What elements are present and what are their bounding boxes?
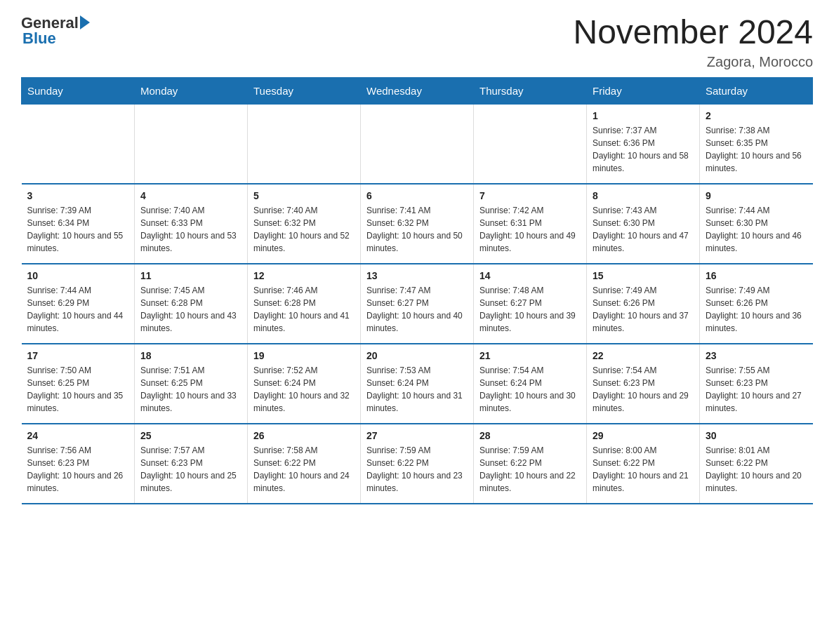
- calendar-day: 8Sunrise: 7:43 AMSunset: 6:30 PMDaylight…: [587, 184, 700, 264]
- calendar-day: 26Sunrise: 7:58 AMSunset: 6:22 PMDayligh…: [248, 424, 361, 504]
- calendar-day: 19Sunrise: 7:52 AMSunset: 6:24 PMDayligh…: [248, 344, 361, 424]
- day-info: Sunrise: 7:49 AMSunset: 6:26 PMDaylight:…: [593, 284, 694, 335]
- day-number: 16: [706, 270, 807, 281]
- day-number: 6: [366, 190, 468, 201]
- calendar-day: 29Sunrise: 8:00 AMSunset: 6:22 PMDayligh…: [587, 424, 700, 504]
- calendar-day: 14Sunrise: 7:48 AMSunset: 6:27 PMDayligh…: [474, 264, 587, 344]
- day-info: Sunrise: 7:44 AMSunset: 6:29 PMDaylight:…: [27, 284, 129, 335]
- weekday-header-tuesday: Tuesday: [248, 77, 361, 104]
- calendar-body: 1Sunrise: 7:37 AMSunset: 6:36 PMDaylight…: [22, 104, 813, 504]
- calendar-day: 20Sunrise: 7:53 AMSunset: 6:24 PMDayligh…: [361, 344, 474, 424]
- calendar-day: 18Sunrise: 7:51 AMSunset: 6:25 PMDayligh…: [135, 344, 248, 424]
- calendar-day: 21Sunrise: 7:54 AMSunset: 6:24 PMDayligh…: [474, 344, 587, 424]
- weekday-header-thursday: Thursday: [474, 77, 587, 104]
- day-number: 11: [140, 270, 241, 281]
- calendar-day: [474, 104, 587, 184]
- calendar-day: 25Sunrise: 7:57 AMSunset: 6:23 PMDayligh…: [135, 424, 248, 504]
- logo-blue-text: Blue: [22, 29, 56, 48]
- day-number: 18: [140, 350, 241, 361]
- day-info: Sunrise: 7:59 AMSunset: 6:22 PMDaylight:…: [479, 444, 581, 495]
- day-number: 14: [479, 270, 581, 281]
- day-info: Sunrise: 7:37 AMSunset: 6:36 PMDaylight:…: [593, 124, 694, 175]
- calendar-day: 24Sunrise: 7:56 AMSunset: 6:23 PMDayligh…: [22, 424, 135, 504]
- calendar-day: 23Sunrise: 7:55 AMSunset: 6:23 PMDayligh…: [700, 344, 813, 424]
- day-number: 28: [479, 430, 581, 441]
- calendar-week-3: 10Sunrise: 7:44 AMSunset: 6:29 PMDayligh…: [22, 264, 813, 344]
- calendar-day: 3Sunrise: 7:39 AMSunset: 6:34 PMDaylight…: [22, 184, 135, 264]
- logo: General Blue: [21, 14, 90, 48]
- day-info: Sunrise: 7:51 AMSunset: 6:25 PMDaylight:…: [140, 364, 241, 415]
- calendar-week-2: 3Sunrise: 7:39 AMSunset: 6:34 PMDaylight…: [22, 184, 813, 264]
- location-label: Zagora, Morocco: [573, 54, 813, 70]
- calendar-day: 1Sunrise: 7:37 AMSunset: 6:36 PMDaylight…: [587, 104, 700, 184]
- day-info: Sunrise: 7:43 AMSunset: 6:30 PMDaylight:…: [593, 204, 694, 255]
- calendar-day: 27Sunrise: 7:59 AMSunset: 6:22 PMDayligh…: [361, 424, 474, 504]
- day-number: 21: [479, 350, 581, 361]
- day-number: 27: [366, 430, 468, 441]
- day-info: Sunrise: 7:55 AMSunset: 6:23 PMDaylight:…: [706, 364, 807, 415]
- day-info: Sunrise: 7:57 AMSunset: 6:23 PMDaylight:…: [140, 444, 241, 495]
- day-info: Sunrise: 7:54 AMSunset: 6:24 PMDaylight:…: [479, 364, 581, 415]
- calendar-day: 16Sunrise: 7:49 AMSunset: 6:26 PMDayligh…: [700, 264, 813, 344]
- day-number: 20: [366, 350, 468, 361]
- day-number: 8: [593, 190, 694, 201]
- day-number: 23: [706, 350, 807, 361]
- day-info: Sunrise: 7:59 AMSunset: 6:22 PMDaylight:…: [366, 444, 468, 495]
- day-number: 17: [27, 350, 129, 361]
- day-number: 13: [366, 270, 468, 281]
- calendar-day: 9Sunrise: 7:44 AMSunset: 6:30 PMDaylight…: [700, 184, 813, 264]
- day-info: Sunrise: 7:38 AMSunset: 6:35 PMDaylight:…: [706, 124, 807, 175]
- day-info: Sunrise: 7:58 AMSunset: 6:22 PMDaylight:…: [253, 444, 355, 495]
- calendar-day: 2Sunrise: 7:38 AMSunset: 6:35 PMDaylight…: [700, 104, 813, 184]
- day-info: Sunrise: 7:41 AMSunset: 6:32 PMDaylight:…: [366, 204, 468, 255]
- weekday-header-saturday: Saturday: [700, 77, 813, 104]
- day-number: 25: [140, 430, 241, 441]
- calendar-week-1: 1Sunrise: 7:37 AMSunset: 6:36 PMDaylight…: [22, 104, 813, 184]
- calendar-day: 30Sunrise: 8:01 AMSunset: 6:22 PMDayligh…: [700, 424, 813, 504]
- day-number: 15: [593, 270, 694, 281]
- day-info: Sunrise: 7:56 AMSunset: 6:23 PMDaylight:…: [27, 444, 129, 495]
- day-info: Sunrise: 7:47 AMSunset: 6:27 PMDaylight:…: [366, 284, 468, 335]
- calendar-day: 10Sunrise: 7:44 AMSunset: 6:29 PMDayligh…: [22, 264, 135, 344]
- calendar-day: 12Sunrise: 7:46 AMSunset: 6:28 PMDayligh…: [248, 264, 361, 344]
- weekday-header-friday: Friday: [587, 77, 700, 104]
- calendar-day: [135, 104, 248, 184]
- day-number: 22: [593, 350, 694, 361]
- day-info: Sunrise: 8:01 AMSunset: 6:22 PMDaylight:…: [706, 444, 807, 495]
- day-number: 19: [253, 350, 355, 361]
- day-info: Sunrise: 7:46 AMSunset: 6:28 PMDaylight:…: [253, 284, 355, 335]
- day-info: Sunrise: 7:50 AMSunset: 6:25 PMDaylight:…: [27, 364, 129, 415]
- day-number: 5: [253, 190, 355, 201]
- calendar-day: 22Sunrise: 7:54 AMSunset: 6:23 PMDayligh…: [587, 344, 700, 424]
- calendar-table: SundayMondayTuesdayWednesdayThursdayFrid…: [21, 77, 813, 504]
- calendar-header: SundayMondayTuesdayWednesdayThursdayFrid…: [22, 77, 813, 104]
- month-title: November 2024: [573, 14, 813, 51]
- day-info: Sunrise: 7:53 AMSunset: 6:24 PMDaylight:…: [366, 364, 468, 415]
- calendar-day: [22, 104, 135, 184]
- calendar-week-4: 17Sunrise: 7:50 AMSunset: 6:25 PMDayligh…: [22, 344, 813, 424]
- weekday-header-row: SundayMondayTuesdayWednesdayThursdayFrid…: [22, 77, 813, 104]
- day-info: Sunrise: 7:49 AMSunset: 6:26 PMDaylight:…: [706, 284, 807, 335]
- calendar-day: 13Sunrise: 7:47 AMSunset: 6:27 PMDayligh…: [361, 264, 474, 344]
- day-info: Sunrise: 7:40 AMSunset: 6:33 PMDaylight:…: [140, 204, 241, 255]
- day-info: Sunrise: 7:42 AMSunset: 6:31 PMDaylight:…: [479, 204, 581, 255]
- day-number: 10: [27, 270, 129, 281]
- calendar-day: [361, 104, 474, 184]
- weekday-header-monday: Monday: [135, 77, 248, 104]
- day-number: 24: [27, 430, 129, 441]
- day-info: Sunrise: 7:39 AMSunset: 6:34 PMDaylight:…: [27, 204, 129, 255]
- day-number: 12: [253, 270, 355, 281]
- logo-arrow-icon: [80, 15, 90, 29]
- calendar-day: 11Sunrise: 7:45 AMSunset: 6:28 PMDayligh…: [135, 264, 248, 344]
- calendar-day: 15Sunrise: 7:49 AMSunset: 6:26 PMDayligh…: [587, 264, 700, 344]
- day-number: 29: [593, 430, 694, 441]
- day-number: 4: [140, 190, 241, 201]
- calendar-day: 4Sunrise: 7:40 AMSunset: 6:33 PMDaylight…: [135, 184, 248, 264]
- day-info: Sunrise: 7:40 AMSunset: 6:32 PMDaylight:…: [253, 204, 355, 255]
- title-area: November 2024 Zagora, Morocco: [573, 14, 813, 70]
- calendar-day: 17Sunrise: 7:50 AMSunset: 6:25 PMDayligh…: [22, 344, 135, 424]
- day-number: 3: [27, 190, 129, 201]
- day-info: Sunrise: 7:45 AMSunset: 6:28 PMDaylight:…: [140, 284, 241, 335]
- day-info: Sunrise: 7:48 AMSunset: 6:27 PMDaylight:…: [479, 284, 581, 335]
- weekday-header-sunday: Sunday: [22, 77, 135, 104]
